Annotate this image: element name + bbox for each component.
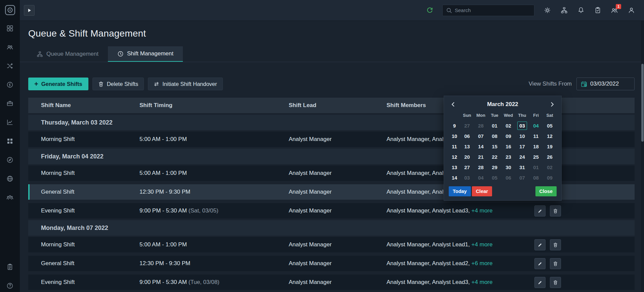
calendar-day[interactable]: 18: [529, 141, 543, 152]
search-input[interactable]: [455, 7, 531, 13]
edit-shift-button[interactable]: [534, 239, 546, 250]
table-row[interactable]: Morning Shift 5:00 AM - 1:00 PM Analyst …: [28, 237, 635, 252]
tab-queue-management[interactable]: Queue Management: [27, 46, 108, 62]
edit-shift-button[interactable]: [534, 277, 546, 288]
calendar-day[interactable]: 17: [515, 141, 529, 152]
calendar-day[interactable]: 11: [529, 131, 543, 141]
calendar-day[interactable]: 02: [501, 120, 515, 131]
today-button[interactable]: Today: [449, 186, 471, 196]
calendar-day[interactable]: 22: [488, 152, 501, 162]
calendar-day[interactable]: 03: [517, 121, 527, 130]
sidebar-item-shuffle[interactable]: [6, 62, 14, 69]
notifications-button[interactable]: [577, 6, 585, 14]
next-month-button[interactable]: [548, 100, 557, 109]
sidebar-item-cases[interactable]: [6, 100, 14, 107]
sidebar-item-automation[interactable]: [6, 81, 14, 88]
calendar-day[interactable]: 08: [488, 131, 501, 141]
edit-shift-button[interactable]: [534, 205, 546, 216]
calendar-day[interactable]: 07: [515, 173, 529, 183]
tasks-button[interactable]: [594, 6, 602, 14]
profile-button[interactable]: [627, 6, 635, 14]
settings-button[interactable]: [543, 6, 551, 14]
calendar-month-label: March 2022: [457, 101, 548, 108]
calendar-day[interactable]: 26: [543, 152, 557, 162]
sync-status-icon[interactable]: [426, 6, 434, 14]
sidebar-item-report[interactable]: [6, 263, 14, 271]
shift-timing: 12:30 PM - 9:30 PM: [139, 189, 289, 195]
edit-shift-button[interactable]: [534, 258, 546, 269]
calendar-day[interactable]: 05: [488, 173, 501, 183]
pencil-icon: [537, 261, 542, 266]
date-picker-popup: March 2022 SunMonTueWedThuFriSat92728010…: [444, 96, 562, 201]
calendar-day[interactable]: 07: [474, 131, 488, 141]
row-actions: [534, 239, 635, 250]
calendar-day[interactable]: 10: [515, 131, 529, 141]
calendar-day[interactable]: 25: [529, 152, 543, 162]
sidebar-item-navigator[interactable]: [6, 156, 14, 163]
calendar-day[interactable]: 04: [474, 173, 488, 183]
calendar-day[interactable]: 09: [501, 131, 515, 141]
calendar-day[interactable]: 05: [543, 120, 557, 131]
calendar-day[interactable]: 20: [460, 152, 474, 162]
sidebar-item-global[interactable]: [6, 175, 14, 182]
initiate-handover-button[interactable]: Initiate Shift Handover: [148, 78, 223, 90]
sidebar-item-dashboard[interactable]: [6, 25, 14, 32]
user-management-button[interactable]: 1: [610, 6, 618, 14]
clear-button[interactable]: Clear: [472, 186, 492, 196]
calendar-day[interactable]: 27: [460, 162, 474, 173]
scrollbar-thumb[interactable]: [641, 64, 644, 142]
prev-month-button[interactable]: [449, 100, 457, 109]
calendar-day[interactable]: 06: [501, 173, 515, 183]
close-button[interactable]: Close: [535, 186, 557, 196]
tab-shift-management[interactable]: Shift Management: [108, 46, 183, 62]
generate-shifts-button[interactable]: + Generate Shifts: [28, 78, 88, 90]
sidebar-item-analytics[interactable]: [6, 118, 14, 126]
calendar-day[interactable]: 01: [488, 120, 501, 131]
calendar-day[interactable]: 21: [474, 152, 488, 162]
calendar-day[interactable]: 14: [474, 141, 488, 152]
sidebar-item-users[interactable]: [6, 43, 14, 51]
calendar-day[interactable]: 24: [515, 152, 529, 162]
calendar-day[interactable]: 23: [501, 152, 515, 162]
shift-lead: Analyst Manager: [289, 279, 387, 286]
view-shifts-date-input[interactable]: 03/03/2022: [576, 78, 635, 90]
shift-lead: Analyst Manager: [289, 170, 387, 177]
calendar-day[interactable]: 31: [515, 162, 529, 173]
calendar-day[interactable]: 29: [488, 162, 501, 173]
table-row[interactable]: Evening Shift 9:00 PM - 5:30 AM(Sat, 03/…: [28, 203, 635, 218]
calendar-day[interactable]: 27: [460, 120, 474, 131]
sidebar-item-help[interactable]: [6, 282, 14, 289]
calendar-day[interactable]: 28: [474, 162, 488, 173]
calendar-day[interactable]: 03: [460, 173, 474, 183]
calendar-day[interactable]: 15: [488, 141, 501, 152]
calendar-day[interactable]: 28: [474, 120, 488, 131]
delete-shift-button[interactable]: [550, 239, 561, 250]
more-members-link[interactable]: +4 more: [472, 279, 493, 285]
calendar-day[interactable]: 02: [543, 162, 557, 173]
table-row[interactable]: General Shift 12:30 PM - 9:30 PM Analyst…: [28, 256, 635, 271]
more-members-link[interactable]: +4 more: [472, 207, 493, 214]
sidebar-item-team[interactable]: [6, 194, 14, 201]
hierarchy-button[interactable]: [560, 6, 568, 14]
calendar-day[interactable]: 16: [501, 141, 515, 152]
calendar-week-number: 13: [449, 162, 460, 173]
calendar-day[interactable]: 06: [460, 131, 474, 141]
delete-shift-button[interactable]: [550, 277, 561, 288]
more-members-link[interactable]: +6 more: [472, 260, 493, 266]
sidebar-item-apps[interactable]: [6, 137, 14, 145]
calendar-day[interactable]: 01: [529, 162, 543, 173]
delete-shifts-button[interactable]: Delete Shifts: [92, 78, 144, 90]
sidebar-expand-button[interactable]: [24, 5, 35, 16]
calendar-day[interactable]: 30: [501, 162, 515, 173]
delete-shift-button[interactable]: [550, 205, 561, 216]
team-icon: [6, 194, 13, 201]
calendar-day[interactable]: 13: [460, 141, 474, 152]
calendar-day[interactable]: 19: [543, 141, 557, 152]
table-row[interactable]: Evening Shift 9:00 PM - 5:30 AM(Tue, 03/…: [28, 275, 635, 290]
calendar-day[interactable]: 08: [529, 173, 543, 183]
calendar-day[interactable]: 12: [543, 131, 557, 141]
calendar-day[interactable]: 04: [529, 120, 543, 131]
more-members-link[interactable]: +4 more: [472, 241, 493, 248]
calendar-day[interactable]: 09: [543, 173, 557, 183]
delete-shift-button[interactable]: [550, 258, 561, 269]
